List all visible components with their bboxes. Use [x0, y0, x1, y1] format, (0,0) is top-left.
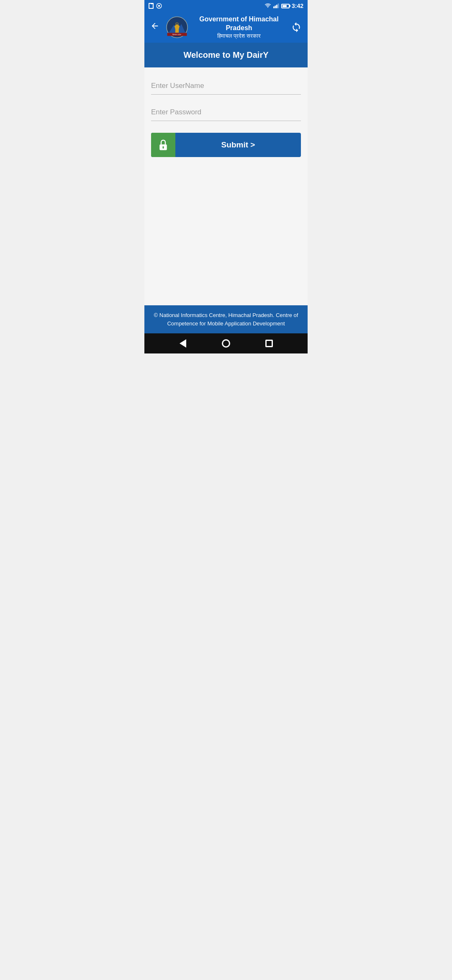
svg-rect-6 [277, 3, 279, 8]
lock-icon-box [151, 133, 175, 157]
main-content: Submit > [144, 67, 308, 305]
home-circle-icon [222, 339, 230, 348]
navbar: हिमाचल प्रदेश Government of Himachal Pra… [144, 12, 308, 43]
recents-square-icon [265, 340, 273, 347]
status-bar-right: 3:42 [265, 3, 303, 9]
back-triangle-icon [180, 339, 186, 348]
nav-title-en: Government of Himachal Pradesh [193, 15, 285, 33]
submit-label: Submit > [175, 140, 301, 150]
svg-point-2 [267, 7, 268, 8]
svg-text:हिमाचल प्रदेश: हिमाचल प्रदेश [172, 34, 181, 36]
welcome-text: Welcome to My DairY [183, 50, 268, 59]
refresh-button[interactable] [289, 20, 303, 34]
gov-logo: हिमाचल प्रदेश [165, 15, 189, 39]
footer-text: © National Informatics Centre, Himachal … [154, 312, 298, 327]
password-input[interactable] [151, 106, 301, 118]
svg-point-1 [158, 5, 160, 7]
sync-icon [156, 3, 162, 9]
svg-rect-3 [273, 6, 275, 8]
username-wrapper [151, 80, 301, 95]
submit-button[interactable]: Submit > [151, 133, 301, 157]
android-nav-bar [144, 333, 308, 353]
welcome-banner: Welcome to My DairY [144, 43, 308, 67]
status-time: 3:42 [292, 3, 303, 9]
svg-point-14 [177, 24, 177, 25]
back-button[interactable] [149, 20, 161, 35]
svg-rect-5 [276, 5, 277, 8]
android-back-button[interactable] [176, 337, 190, 350]
lock-icon [157, 139, 170, 151]
nav-title-block: Government of Himachal Pradesh हिमाचल प्… [193, 15, 285, 39]
nav-title-hi: हिमाचल प्रदेश सरकार [193, 33, 285, 40]
svg-rect-19 [163, 147, 164, 149]
svg-rect-4 [275, 5, 276, 8]
status-bar-left [149, 3, 162, 9]
footer: © National Informatics Centre, Himachal … [144, 305, 308, 333]
signal-icon [273, 3, 279, 8]
svg-rect-9 [175, 28, 179, 33]
status-bar: 3:42 [144, 0, 308, 12]
password-wrapper [151, 106, 301, 121]
wifi-icon [265, 3, 271, 8]
battery-icon [281, 4, 290, 8]
username-input[interactable] [151, 80, 301, 92]
sim-icon [149, 3, 154, 9]
android-home-button[interactable] [219, 337, 233, 350]
android-recents-button[interactable] [262, 337, 276, 350]
